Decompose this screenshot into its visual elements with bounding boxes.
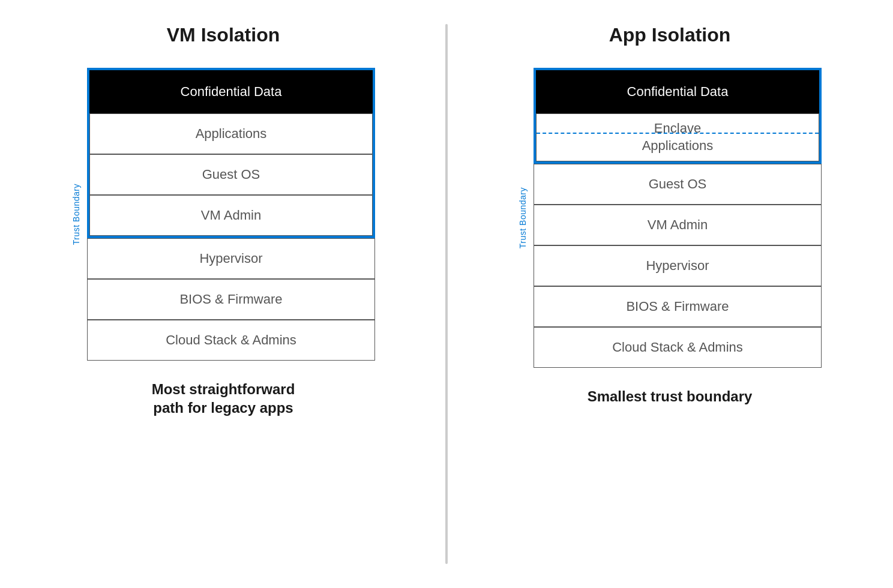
vm-confidential-text: Confidential Data	[181, 84, 282, 100]
vm-isolation-title: VM Isolation	[167, 24, 280, 46]
app-stack: Confidential Data EnclaveApplications Gu…	[534, 68, 822, 368]
app-enclave-apps-text: EnclaveApplications	[642, 120, 714, 154]
app-vmadmin-text: VM Admin	[648, 217, 708, 233]
vm-cloudstack-layer: Cloud Stack & Admins	[87, 320, 375, 361]
vm-cloudstack-text: Cloud Stack & Admins	[166, 332, 296, 348]
vm-trust-boundary-label: Trust Boundary	[71, 184, 81, 245]
app-cloudstack-text: Cloud Stack & Admins	[612, 340, 743, 355]
app-confidential-layer: Confidential Data	[536, 70, 819, 113]
app-bios-text: BIOS & Firmware	[626, 299, 729, 314]
app-enclave-apps-layer: EnclaveApplications	[536, 113, 819, 161]
app-confidential-text: Confidential Data	[627, 84, 729, 100]
app-enclave-wrapper: Confidential Data EnclaveApplications	[534, 68, 822, 164]
vm-bios-layer: BIOS & Firmware	[87, 279, 375, 320]
app-hypervisor-text: Hypervisor	[646, 258, 709, 274]
app-bios-layer: BIOS & Firmware	[534, 286, 822, 327]
app-guestos-text: Guest OS	[649, 176, 707, 192]
vm-isolation-panel: VM Isolation Trust Boundary Confidential…	[0, 0, 446, 588]
vm-guestos-text: Guest OS	[202, 167, 260, 182]
vm-bios-text: BIOS & Firmware	[179, 292, 282, 307]
app-trust-box: Confidential Data EnclaveApplications	[534, 68, 822, 164]
vm-stack: Confidential Data Applications Guest OS …	[87, 68, 375, 361]
vm-applications-text: Applications	[196, 126, 267, 142]
app-trust-boundary-label: Trust Boundary	[518, 187, 528, 248]
app-guestos-layer: Guest OS	[534, 164, 822, 205]
vm-confidential-layer: Confidential Data	[89, 70, 373, 113]
vm-hypervisor-layer: Hypervisor	[87, 238, 375, 279]
page-container: VM Isolation Trust Boundary Confidential…	[0, 0, 893, 588]
vm-hypervisor-text: Hypervisor	[199, 251, 262, 266]
vm-guestos-layer: Guest OS	[89, 154, 373, 195]
app-cloudstack-layer: Cloud Stack & Admins	[534, 327, 822, 368]
app-vmadmin-layer: VM Admin	[534, 205, 822, 245]
vm-outside-layers: Hypervisor BIOS & Firmware Cloud Stack &…	[87, 238, 375, 361]
vm-applications-layer: Applications	[89, 113, 373, 154]
vm-trust-box: Confidential Data Applications Guest OS …	[87, 68, 375, 238]
app-isolation-panel: App Isolation Trust Boundary Confidentia…	[446, 0, 893, 588]
vm-vmadmin-layer: VM Admin	[89, 195, 373, 236]
vm-caption: Most straightforward path for legacy app…	[152, 380, 295, 417]
enclave-dashed-line	[537, 133, 819, 134]
vm-vmadmin-text: VM Admin	[201, 208, 261, 223]
vm-diagram-area: Trust Boundary Confidential Data Applica…	[12, 68, 434, 361]
app-outside-layers: Guest OS VM Admin Hypervisor BIOS & Firm…	[534, 164, 822, 368]
app-diagram-area: Trust Boundary Confidential Data Enclave…	[459, 68, 881, 368]
app-hypervisor-layer: Hypervisor	[534, 245, 822, 286]
app-caption: Smallest trust boundary	[588, 387, 753, 406]
app-isolation-title: App Isolation	[609, 24, 731, 46]
